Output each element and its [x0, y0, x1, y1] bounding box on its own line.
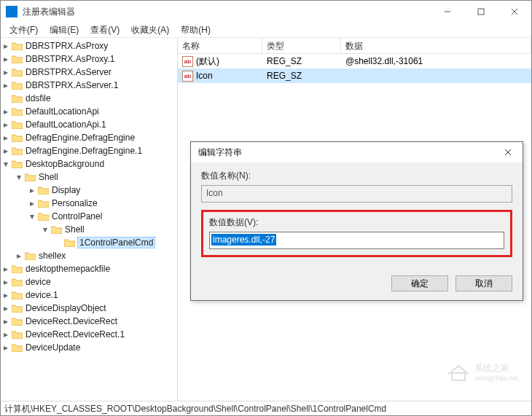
edit-string-dialog: 编辑字符串 数值名称(N): Icon 数值数据(V): imageres.dl…	[190, 141, 523, 301]
expand-toggle-icon[interactable]: ▾	[14, 172, 24, 182]
tree-item[interactable]: ▸DBRSTPRX.AsProxy.1	[1, 52, 177, 66]
expand-toggle-icon[interactable]: ▸	[1, 264, 11, 274]
tree-item-label: DefragEngine.DefragEngine.1	[26, 146, 142, 156]
tree-item[interactable]: ▸Personalize	[1, 197, 177, 210]
window-title: 注册表编辑器	[23, 6, 431, 18]
expand-toggle-icon[interactable]: ▸	[1, 67, 11, 77]
value-name-label: 数值名称(N):	[201, 170, 512, 182]
tree-item[interactable]: 1ControlPanelCmd	[1, 236, 177, 249]
menubar: 文件(F) 编辑(E) 查看(V) 收藏夹(A) 帮助(H)	[1, 23, 531, 38]
tree-item-label: Personalize	[52, 198, 98, 208]
tree-item-label: device	[26, 277, 51, 287]
watermark-line1: 系统之家	[474, 362, 518, 374]
list-rows: ab(默认)REG_SZ@shell32.dll,-31061abIconREG…	[178, 54, 531, 83]
expand-toggle-icon[interactable]: ▸	[1, 290, 11, 300]
tree-item-label: DBRSTPRX.AsServer.1	[26, 80, 118, 90]
menu-file[interactable]: 文件(F)	[4, 23, 44, 38]
folder-icon	[24, 172, 36, 182]
tree-item[interactable]: ▸DBRSTPRX.AsServer.1	[1, 79, 177, 92]
col-type[interactable]: 类型	[262, 38, 341, 53]
expand-toggle-icon[interactable]: ▸	[1, 329, 11, 340]
app-icon	[6, 6, 17, 17]
tree-item[interactable]: ▸DefragEngine.DefragEngine.1	[1, 144, 177, 157]
tree-item-label: DefragEngine.DefragEngine	[26, 133, 135, 143]
tree-item[interactable]: ▸DefragEngine.DefragEngine	[1, 131, 177, 144]
string-value-icon: ab	[182, 56, 193, 67]
watermark: 系统之家 xitongzhijia.net	[447, 362, 518, 382]
list-row[interactable]: abIconREG_SZ	[178, 68, 531, 83]
tree-item[interactable]: ▸Display	[1, 184, 177, 197]
tree-item-label: ddsfile	[26, 93, 51, 103]
expand-toggle-icon[interactable]: ▸	[27, 185, 37, 195]
tree-item[interactable]: ▸DBRSTPRX.AsServer	[1, 66, 177, 79]
tree-item[interactable]: ▾DesktopBackground	[1, 157, 177, 170]
maximize-button[interactable]	[464, 1, 498, 23]
value-name: Icon	[196, 71, 213, 81]
tree-item[interactable]: ▸DeviceRect.DeviceRect	[1, 315, 177, 328]
dialog-title: 编辑字符串	[198, 146, 242, 159]
expand-toggle-icon[interactable]: ▸	[1, 133, 11, 143]
dialog-close-button[interactable]	[493, 142, 523, 162]
tree-item[interactable]: ▸desktopthemepackfile	[1, 262, 177, 275]
close-button[interactable]	[498, 1, 531, 23]
expand-toggle-icon[interactable]: ▸	[1, 106, 11, 117]
expand-toggle-icon[interactable]: ▸	[1, 146, 11, 156]
tree-item[interactable]: ▸DeviceUpdate	[1, 341, 177, 354]
tree-item[interactable]: ▸device.1	[1, 289, 177, 302]
expand-toggle-icon[interactable]: ▸	[1, 54, 11, 64]
col-data[interactable]: 数据	[341, 38, 531, 53]
col-name[interactable]: 名称	[178, 38, 262, 53]
tree-pane[interactable]: ▸DBRSTPRX.AsProxy▸DBRSTPRX.AsProxy.1▸DBR…	[1, 38, 178, 401]
folder-icon	[11, 133, 23, 143]
ok-button[interactable]: 确定	[391, 275, 448, 291]
tree-item-label: DBRSTPRX.AsProxy.1	[26, 54, 114, 64]
tree-item[interactable]: ▸DeviceRect.DeviceRect.1	[1, 328, 177, 341]
tree-item[interactable]: ▸device	[1, 275, 177, 289]
expand-toggle-icon[interactable]: ▸	[1, 41, 11, 51]
value-data: @shell32.dll,-31061	[341, 56, 531, 66]
list-row[interactable]: ab(默认)REG_SZ@shell32.dll,-31061	[178, 54, 531, 68]
window-buttons	[431, 1, 531, 23]
folder-icon	[37, 211, 49, 221]
tree-item-label: DBRSTPRX.AsProxy	[26, 41, 108, 51]
tree-item[interactable]: ▾Shell	[1, 223, 177, 236]
dialog-buttons: 确定 取消	[191, 270, 523, 300]
expand-toggle-icon[interactable]: ▸	[1, 342, 11, 353]
folder-icon	[63, 238, 75, 248]
menu-help[interactable]: 帮助(H)	[175, 23, 216, 38]
tree-item-label: Shell	[65, 224, 85, 235]
main-window: 注册表编辑器 文件(F) 编辑(E) 查看(V) 收藏夹(A) 帮助(H) ▸D…	[0, 0, 532, 416]
expand-toggle-icon[interactable]: ▸	[1, 80, 11, 90]
menu-edit[interactable]: 编辑(E)	[44, 23, 85, 38]
folder-icon	[50, 224, 62, 235]
tree-item[interactable]: ▸shellex	[1, 249, 177, 262]
expand-toggle-icon[interactable]: ▾	[1, 159, 11, 169]
folder-icon	[11, 93, 23, 103]
tree-item-label: DesktopBackground	[26, 159, 104, 169]
minimize-button[interactable]	[431, 1, 464, 23]
expand-toggle-icon[interactable]: ▸	[1, 303, 11, 313]
cancel-button[interactable]: 取消	[455, 275, 512, 291]
tree-item-label: DeviceRect.DeviceRect.1	[26, 329, 125, 340]
menu-favorites[interactable]: 收藏夹(A)	[125, 23, 175, 38]
expand-toggle-icon[interactable]: ▾	[27, 211, 37, 221]
folder-icon	[11, 264, 23, 274]
expand-toggle-icon[interactable]: ▸	[1, 316, 11, 326]
tree-item[interactable]: ddsfile	[1, 92, 177, 105]
tree-item[interactable]: ▾ControlPanel	[1, 210, 177, 223]
tree-item[interactable]: ▸DefaultLocationApi	[1, 105, 177, 118]
dialog-titlebar: 编辑字符串	[191, 142, 523, 162]
expand-toggle-icon[interactable]: ▾	[40, 224, 50, 235]
svg-line-3	[512, 9, 517, 15]
tree-item[interactable]: ▸DeviceDisplayObject	[1, 302, 177, 315]
folder-icon	[37, 198, 49, 208]
tree-item[interactable]: ▾Shell	[1, 170, 177, 184]
expand-toggle-icon[interactable]: ▸	[1, 277, 11, 287]
expand-toggle-icon[interactable]: ▸	[1, 119, 11, 130]
tree-item[interactable]: ▸DefaultLocationApi.1	[1, 118, 177, 131]
menu-view[interactable]: 查看(V)	[85, 23, 125, 38]
expand-toggle-icon[interactable]: ▸	[14, 251, 24, 261]
tree-item[interactable]: ▸DBRSTPRX.AsProxy	[1, 39, 177, 52]
expand-toggle-icon[interactable]: ▸	[27, 198, 37, 208]
value-data-input[interactable]: imageres.dll,-27	[209, 232, 504, 249]
